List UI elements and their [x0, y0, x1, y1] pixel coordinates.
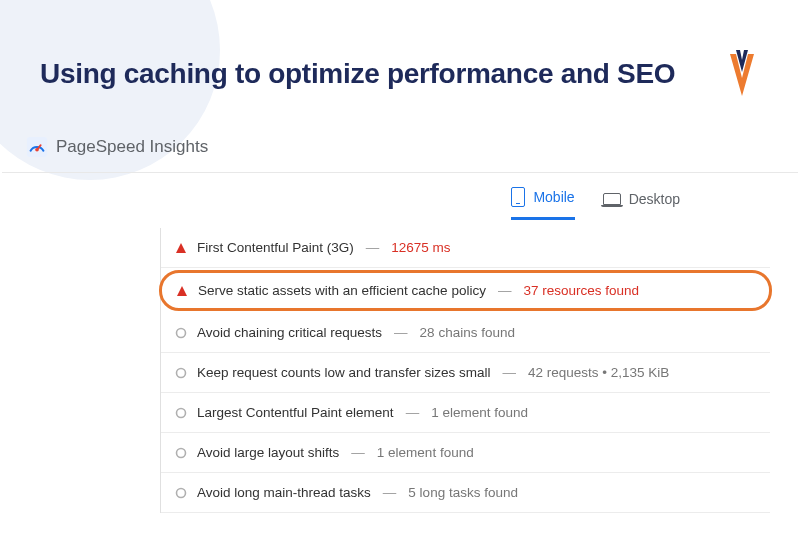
audit-name: Avoid long main-thread tasks — [197, 485, 371, 500]
svg-point-5 — [177, 408, 186, 417]
circle-info-icon — [175, 407, 187, 419]
audit-row[interactable]: Avoid large layout shifts—1 element foun… — [161, 433, 770, 473]
circle-info-icon — [175, 447, 187, 459]
tab-desktop[interactable]: Desktop — [603, 187, 680, 220]
separator: — — [502, 365, 516, 380]
circle-info-icon — [175, 327, 187, 339]
page-title: Using caching to optimize performance an… — [40, 58, 675, 90]
svg-point-7 — [177, 488, 186, 497]
audit-name: Largest Contentful Paint element — [197, 405, 394, 420]
audit-detail: 12675 ms — [391, 240, 450, 255]
header: Using caching to optimize performance an… — [0, 0, 800, 118]
svg-point-4 — [177, 368, 186, 377]
separator: — — [351, 445, 365, 460]
audit-name: Serve static assets with an efficient ca… — [198, 283, 486, 298]
audit-name: Avoid chaining critical requests — [197, 325, 382, 340]
svg-point-6 — [177, 448, 186, 457]
svg-point-3 — [177, 328, 186, 337]
separator: — — [498, 283, 512, 298]
triangle-fail-icon — [176, 285, 188, 297]
audit-detail: 37 resources found — [523, 283, 639, 298]
audit-list: First Contentful Paint (3G)—12675 msServ… — [160, 228, 770, 513]
separator: — — [394, 325, 408, 340]
audit-detail: 5 long tasks found — [408, 485, 518, 500]
audit-name: Keep request counts low and transfer siz… — [197, 365, 490, 380]
audit-row[interactable]: Avoid chaining critical requests—28 chai… — [161, 313, 770, 353]
desktop-icon — [603, 193, 621, 205]
tab-mobile-label: Mobile — [533, 189, 574, 205]
audit-row[interactable]: First Contentful Paint (3G)—12675 ms — [161, 228, 770, 268]
mobile-icon — [511, 187, 525, 207]
psi-header: PageSpeed Insights — [2, 118, 798, 173]
pagespeed-icon — [26, 136, 48, 158]
separator: — — [406, 405, 420, 420]
tab-mobile[interactable]: Mobile — [511, 187, 574, 220]
wp-rocket-logo — [724, 50, 760, 98]
audit-row[interactable]: Serve static assets with an efficient ca… — [159, 270, 772, 311]
tab-desktop-label: Desktop — [629, 191, 680, 207]
audit-name: Avoid large layout shifts — [197, 445, 339, 460]
audit-detail: 1 element found — [431, 405, 528, 420]
device-tabs: Mobile Desktop — [0, 173, 800, 220]
audit-row[interactable]: Avoid long main-thread tasks—5 long task… — [161, 473, 770, 513]
audit-row[interactable]: Largest Contentful Paint element—1 eleme… — [161, 393, 770, 433]
audit-detail: 1 element found — [377, 445, 474, 460]
circle-info-icon — [175, 487, 187, 499]
audit-detail: 42 requests • 2,135 KiB — [528, 365, 669, 380]
audit-row[interactable]: Keep request counts low and transfer siz… — [161, 353, 770, 393]
audit-name: First Contentful Paint (3G) — [197, 240, 354, 255]
circle-info-icon — [175, 367, 187, 379]
separator: — — [383, 485, 397, 500]
audit-detail: 28 chains found — [420, 325, 515, 340]
triangle-fail-icon — [175, 242, 187, 254]
separator: — — [366, 240, 380, 255]
psi-label: PageSpeed Insights — [56, 137, 208, 157]
